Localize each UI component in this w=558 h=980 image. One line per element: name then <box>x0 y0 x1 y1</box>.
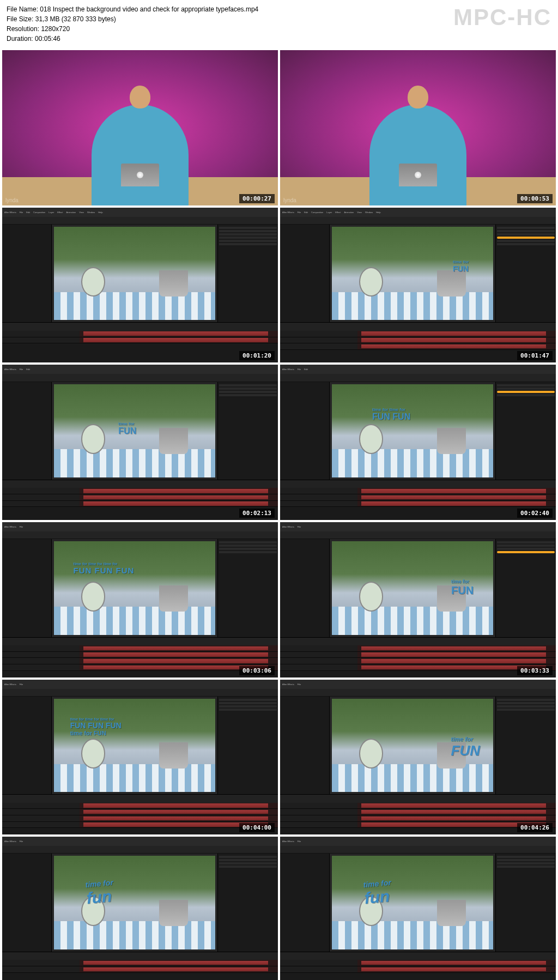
ae-project-panel <box>2 382 52 480</box>
ae-project-panel <box>2 539 52 637</box>
ae-viewport: time forfun <box>54 856 215 949</box>
overlay-text: time forFUN <box>451 736 480 759</box>
thumbnail[interactable]: After EffectsFileEdit time forFUN 00:02:… <box>2 365 278 520</box>
ae-viewport: time for time for time forFUN FUN FUN <box>54 541 215 634</box>
ae-menubar: After EffectsFile <box>280 522 556 531</box>
ae-viewport <box>54 227 215 320</box>
ae-toolbar <box>280 217 556 225</box>
ae-project-panel <box>2 697 52 794</box>
ae-project-panel <box>280 539 330 637</box>
ae-effects-panel <box>495 697 556 794</box>
resolution-label: Resolution: <box>7 25 39 33</box>
filesize-value: 31,3 MB (32 870 333 bytes) <box>35 15 116 23</box>
ae-project-panel <box>280 854 330 951</box>
thumbnail[interactable]: After EffectsFile time forfun 00:04:53 <box>2 837 278 980</box>
ae-effects-panel <box>217 382 278 480</box>
ae-viewport: time forFUN <box>54 384 215 477</box>
ae-effects-panel <box>217 225 278 322</box>
ae-menubar: After EffectsFileEditCompositionLayerEff… <box>280 208 556 217</box>
timestamp: 00:02:40 <box>517 509 553 518</box>
thumbnail[interactable]: After EffectsFileEditCompositionLayerEff… <box>2 208 278 363</box>
thumbnail[interactable]: lynda 00:00:27 <box>2 50 278 205</box>
ae-timeline <box>280 480 556 520</box>
overlay-text: time for time forFUN FUN <box>372 407 410 422</box>
ae-interface: After EffectsFileEdit time for time forF… <box>280 365 556 520</box>
ae-effects-panel <box>217 697 278 794</box>
ae-toolbar <box>280 374 556 382</box>
ae-interface: After EffectsFileEditCompositionLayerEff… <box>280 208 556 363</box>
font-selector-highlight <box>497 391 555 393</box>
thumbnail[interactable]: After EffectsFile time forFUN 00:04:26 <box>280 680 556 835</box>
lynda-brand: lynda <box>283 197 296 203</box>
ae-toolbar <box>2 374 278 382</box>
ae-menubar: After EffectsFile <box>280 680 556 689</box>
ae-effects-panel <box>217 539 278 637</box>
laptop-icon <box>121 164 159 186</box>
overlay-text: time forFUN <box>451 579 474 597</box>
timestamp: 00:03:06 <box>239 666 275 675</box>
ae-effects-panel <box>495 382 556 480</box>
ae-effects-panel <box>495 225 556 322</box>
ae-toolbar <box>2 217 278 225</box>
ae-viewport: time forFUN <box>332 541 493 634</box>
ae-interface: After EffectsFileEditCompositionLayerEff… <box>2 208 278 363</box>
ae-viewport: time forFUN <box>332 227 493 320</box>
ae-toolbar <box>280 846 556 854</box>
presenter-person <box>369 105 466 205</box>
thumbnail[interactable]: After EffectsFile time for time for time… <box>2 522 278 677</box>
ae-timeline <box>280 322 556 362</box>
ae-timeline <box>2 952 278 980</box>
ae-timeline <box>2 322 278 362</box>
ae-interface: After EffectsFile time for time for time… <box>2 680 278 835</box>
mpc-watermark: MPC-HC <box>453 4 551 31</box>
ae-timeline <box>2 794 278 834</box>
ae-menubar: After EffectsFileEdit <box>280 365 556 374</box>
thumbnail[interactable]: After EffectsFile time forfun 00:05:20 <box>280 837 556 980</box>
ae-viewport: time for time forFUN FUN <box>332 384 493 477</box>
ae-project-panel <box>280 382 330 480</box>
ae-menubar: After EffectsFile <box>2 522 278 531</box>
ae-timeline <box>280 637 556 677</box>
timestamp: 00:01:47 <box>517 351 553 360</box>
overlay-text: time forFUN <box>453 259 469 273</box>
ae-toolbar <box>280 531 556 539</box>
thumbnail[interactable]: After EffectsFileEditCompositionLayerEff… <box>280 208 556 363</box>
timestamp: 00:04:00 <box>239 823 275 832</box>
ae-viewport: time for time for time forFUN FUN FUNtim… <box>54 699 215 792</box>
ae-effects-panel <box>495 539 556 637</box>
ae-project-panel <box>280 225 330 322</box>
ae-toolbar <box>280 689 556 697</box>
ae-menubar: After EffectsFileEdit <box>2 365 278 374</box>
timestamp: 00:00:53 <box>517 194 553 203</box>
ae-viewport: time forfun <box>332 856 493 949</box>
file-header: MPC-HC File Name: 018 Inspect the backgr… <box>0 0 558 48</box>
ae-interface: After EffectsFile time for time for time… <box>2 522 278 677</box>
lynda-brand: lynda <box>5 197 19 203</box>
ae-toolbar <box>2 689 278 697</box>
overlay-text: time forfun <box>363 878 393 908</box>
thumbnail[interactable]: After EffectsFile time forFUN 00:03:33 <box>280 522 556 677</box>
filesize-label: File Size: <box>7 15 33 23</box>
ae-interface: After EffectsFile time forfun <box>2 837 278 980</box>
ae-interface: After EffectsFile time forFUN <box>280 680 556 835</box>
thumbnail[interactable]: After EffectsFile time for time for time… <box>2 680 278 835</box>
ae-interface: After EffectsFileEdit time forFUN <box>2 365 278 520</box>
thumbnail[interactable]: After EffectsFileEdit time for time forF… <box>280 365 556 520</box>
ae-interface: After EffectsFile time forfun <box>280 837 556 980</box>
presenter-person <box>92 105 188 205</box>
presenter-head <box>408 86 428 108</box>
timestamp: 00:02:13 <box>239 509 275 518</box>
ae-menubar: After EffectsFile <box>2 680 278 689</box>
ae-project-panel <box>280 697 330 794</box>
thumbnail[interactable]: lynda 00:00:53 <box>280 50 556 205</box>
overlay-text: time forfun <box>85 878 116 908</box>
duration-value: 00:05:46 <box>35 35 60 43</box>
timestamp: 00:01:20 <box>239 351 275 360</box>
overlay-text: time for time for time forFUN FUN FUNtim… <box>70 717 122 736</box>
presenter-scene <box>2 50 278 205</box>
font-selector-highlight <box>497 551 555 553</box>
ae-project-panel <box>2 854 52 951</box>
ae-interface: After EffectsFile time forFUN <box>280 522 556 677</box>
timestamp: 00:00:27 <box>239 194 275 203</box>
overlay-text: time forFUN <box>118 421 136 436</box>
